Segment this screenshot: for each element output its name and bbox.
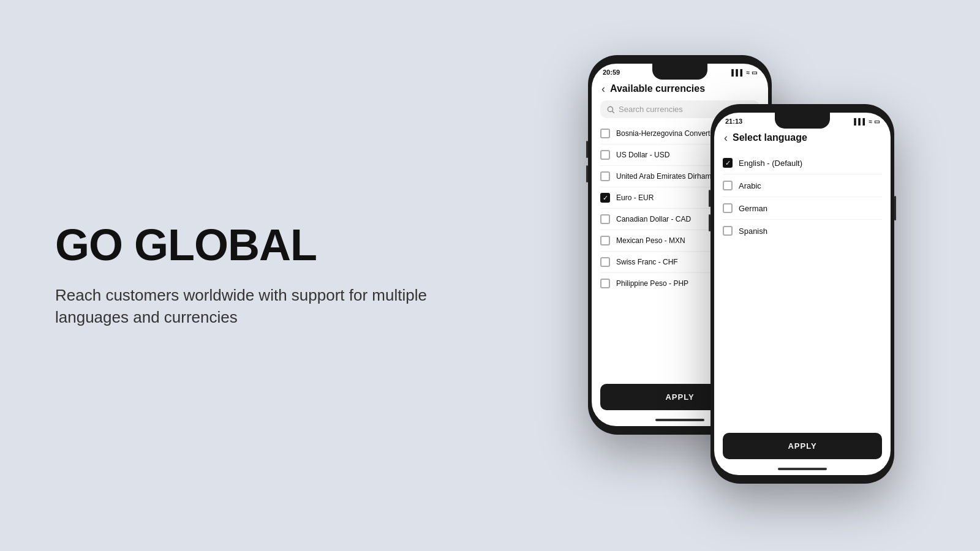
svg-point-0 [608,107,612,111]
phone-language: 21:13 ▌▌▌ ≈ ▭ ‹ Select language ✓English… [710,104,894,484]
language-item[interactable]: Spanish [723,220,882,242]
phone2-home-indicator [778,468,827,470]
phone2-volume-down [709,214,710,231]
phone2-back-arrow[interactable]: ‹ [724,132,728,143]
search-icon [606,105,615,114]
phone1-header: ‹ Available currencies [592,78,768,100]
language-name: Arabic [739,181,761,190]
currency-checkbox[interactable] [600,279,610,288]
currency-checkbox[interactable] [600,257,610,267]
phone2-battery-icon: ▭ [874,118,880,125]
signal-icon: ▌▌▌ [731,69,744,76]
language-checkbox[interactable] [723,203,733,213]
phone2-notch [775,113,830,129]
wifi-icon: ≈ [747,69,750,76]
currency-name: US Dollar - USD [616,151,669,159]
currency-name: Euro - EUR [616,193,654,202]
currency-name: Swiss Franc - CHF [616,258,678,266]
search-placeholder: Search currencies [619,105,683,114]
phone2-volume-up [709,190,710,207]
checkmark-icon: ✓ [603,195,608,201]
volume-up-button [586,141,588,158]
currency-name: Canadian Dollar - CAD [616,215,691,223]
phone2-time: 21:13 [725,118,742,125]
phone2-content: ‹ Select language ✓English - (Default)Ar… [714,127,891,468]
phones-container: 20:59 ▌▌▌ ≈ ▭ ‹ Available currencies [588,31,943,496]
phone2-signal-icon: ▌▌▌ [854,118,867,125]
language-checkbox[interactable] [723,226,733,236]
phone1-notch [652,64,707,80]
phone2-power-button [894,196,896,220]
phone2-wifi-icon: ≈ [869,118,873,125]
phone2-status-icons: ▌▌▌ ≈ ▭ [854,118,880,125]
phone2-header: ‹ Select language [714,127,891,149]
phone1-time: 20:59 [603,69,620,76]
currency-checkbox[interactable] [600,129,610,138]
phone1-title: Available currencies [610,83,705,94]
phone2-apply-button[interactable]: APPLY [723,433,882,459]
currency-checkbox[interactable] [600,171,610,181]
subtitle: Reach customers worldwide with support f… [55,284,435,329]
language-checkbox[interactable] [723,181,733,190]
language-checkbox[interactable]: ✓ [723,158,733,168]
phone2-screen: 21:13 ▌▌▌ ≈ ▭ ‹ Select language ✓English… [714,113,891,475]
phone2-title: Select language [733,132,807,143]
checkmark-icon: ✓ [725,160,731,167]
language-item[interactable]: Arabic [723,174,882,197]
currency-checkbox[interactable] [600,150,610,160]
battery-icon: ▭ [752,69,757,76]
currency-checkbox[interactable] [600,214,610,224]
language-item[interactable]: German [723,197,882,220]
currency-checkbox[interactable]: ✓ [600,193,610,203]
language-name: English - (Default) [739,159,802,168]
language-list: ✓English - (Default)ArabicGermanSpanish [714,149,891,428]
phone1-status-icons: ▌▌▌ ≈ ▭ [731,69,757,76]
volume-down-button [586,165,588,182]
currency-checkbox[interactable] [600,236,610,246]
currency-name: Mexican Peso - MXN [616,236,685,245]
phone1-home-indicator [655,419,704,421]
phone1-back-arrow[interactable]: ‹ [601,83,605,94]
left-section: GO GLOBAL Reach customers worldwide with… [55,223,435,329]
main-title: GO GLOBAL [55,223,435,267]
currency-name: Philippine Peso - PHP [616,279,688,288]
language-name: German [739,204,767,213]
svg-line-1 [612,111,614,112]
language-item[interactable]: ✓English - (Default) [723,152,882,174]
language-name: Spanish [739,227,767,236]
